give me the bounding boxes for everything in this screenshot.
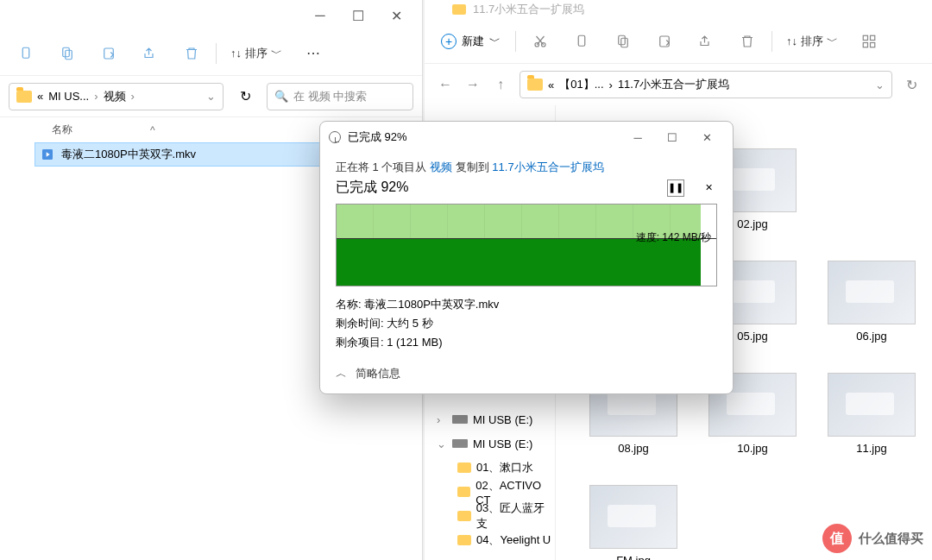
video-file-icon [41, 148, 54, 161]
toolbar-right: + 新建 ﹀ ↑↓ 排序 ﹀ [425, 19, 932, 64]
copy-description: 正在将 1 个项目从 视频 复制到 11.7小米五合一扩展坞 [336, 160, 717, 175]
sort-button[interactable]: ↑↓ 排序 ﹀ [224, 46, 289, 61]
dialog-maximize-button[interactable]: ☐ [655, 124, 690, 150]
path-seg[interactable]: 【01】... [559, 77, 603, 92]
search-box-left[interactable]: 🔍 在 视频 中搜索 [267, 83, 413, 110]
tree-item[interactable]: 01、漱口水 [425, 456, 555, 480]
watermark: 值 什么值得买 [822, 524, 923, 553]
sort-icon: ↑↓ [786, 35, 797, 47]
paste-icon[interactable] [91, 38, 126, 69]
refresh-button[interactable]: ↻ [232, 88, 258, 104]
speed-label: 速度: 142 MB/秒 [636, 230, 711, 245]
chevron-up-icon: ︿ [336, 366, 347, 381]
tree-item[interactable]: 04、Yeelight U [425, 528, 555, 552]
sort-icon: ↑↓ [230, 47, 242, 60]
progress-percent: 已完成 92% [336, 179, 408, 197]
delete-icon[interactable] [174, 38, 209, 69]
svg-rect-10 [621, 38, 628, 47]
tree-item[interactable]: 03、匠人蓝牙支 [425, 504, 555, 528]
path-seg[interactable]: 视频 [104, 89, 126, 104]
back-button[interactable]: ← [437, 77, 454, 92]
dialog-minimize-button[interactable]: ─ [620, 124, 655, 150]
tree-item[interactable]: ⌄MI USB (E:) [425, 431, 555, 456]
delete-icon[interactable] [730, 26, 765, 57]
toolbar-left: ↑↓ 排序 ﹀ ⋯ [0, 31, 422, 76]
copy-icon[interactable] [564, 26, 599, 57]
address-row-left: « MI US... › 视频 › ⌄ ↻ 🔍 在 视频 中搜索 [0, 76, 422, 117]
copy-metadata: 名称: 毒液二1080P中英双字.mkv 剩余时间: 大约 5 秒 剩余项目: … [336, 295, 717, 352]
copy-icon[interactable] [50, 38, 85, 69]
dialog-title: 已完成 92% [348, 129, 407, 145]
window-title: 11.7小米五合一扩展坞 [473, 2, 584, 17]
pause-button[interactable]: ❚❚ [667, 179, 684, 197]
svg-rect-1 [63, 47, 70, 57]
watermark-text: 什么值得买 [859, 531, 923, 547]
dialog-titlebar: 已完成 92% ─ ☐ ✕ [320, 122, 733, 153]
more-icon[interactable]: ⋯ [296, 38, 331, 69]
thumbnail-item[interactable]: 06.jpg [820, 261, 923, 369]
folder-icon [16, 91, 32, 103]
clock-icon [329, 131, 341, 143]
svg-rect-2 [66, 50, 72, 60]
tree-item[interactable]: ›MI USB (E:) [425, 407, 555, 431]
details-toggle[interactable]: ︿ 简略信息 [336, 366, 717, 381]
svg-rect-9 [619, 35, 626, 45]
watermark-badge: 值 [822, 524, 852, 553]
address-row-right: ← → ↑ « 【01】... › 11.7小米五合一扩展坞 ⌄ ↻ [425, 64, 932, 105]
cut-icon[interactable] [9, 38, 43, 69]
search-icon: 🔍 [274, 90, 288, 103]
new-button[interactable]: + 新建 ﹀ [433, 29, 508, 53]
sort-label: 排序 [245, 46, 268, 61]
plus-icon: + [441, 34, 457, 49]
sort-button[interactable]: ↑↓ 排序 ﹀ [779, 34, 845, 49]
folder-icon [527, 79, 543, 91]
thumbnail-item[interactable]: 11.jpg [820, 373, 923, 481]
folder-icon [452, 4, 466, 15]
forward-button[interactable]: → [464, 77, 482, 92]
titlebar-right: 11.7小米五合一扩展坞 [425, 0, 932, 19]
source-link[interactable]: 视频 [430, 160, 452, 173]
svg-rect-12 [863, 35, 867, 40]
path-box-left[interactable]: « MI US... › 视频 › ⌄ [9, 83, 224, 110]
svg-rect-8 [578, 35, 585, 46]
path-seg[interactable]: 11.7小米五合一扩展坞 [618, 77, 729, 92]
rename-icon[interactable] [647, 26, 682, 57]
close-button[interactable]: ✕ [377, 3, 415, 28]
copy-progress-dialog: 已完成 92% ─ ☐ ✕ 正在将 1 个项目从 视频 复制到 11.7小米五合… [319, 121, 734, 394]
svg-rect-13 [871, 35, 875, 40]
svg-rect-14 [863, 42, 867, 47]
path-box-right[interactable]: « 【01】... › 11.7小米五合一扩展坞 ⌄ [520, 71, 892, 98]
path-seg[interactable]: MI US... [48, 90, 89, 103]
cancel-button[interactable]: ✕ [700, 179, 717, 197]
speed-graph: 速度: 142 MB/秒 [336, 204, 717, 286]
cut-icon[interactable] [523, 26, 557, 57]
share-icon[interactable] [133, 38, 167, 69]
minimize-button[interactable]: ─ [301, 3, 339, 28]
view-icon[interactable] [852, 26, 886, 57]
paste-icon[interactable] [606, 26, 640, 57]
maximize-button[interactable]: ☐ [339, 3, 377, 28]
dialog-close-button[interactable]: ✕ [690, 124, 724, 150]
svg-rect-0 [22, 47, 29, 58]
destination-link[interactable]: 11.7小米五合一扩展坞 [492, 160, 603, 173]
search-placeholder: 在 视频 中搜索 [293, 89, 367, 104]
titlebar-left: ─ ☐ ✕ [0, 0, 422, 31]
thumbnail-item[interactable]: FM.jpg [582, 485, 685, 560]
file-name: 毒液二1080P中英双字.mkv [61, 147, 196, 162]
refresh-button[interactable]: ↻ [903, 77, 920, 93]
svg-rect-15 [871, 42, 875, 47]
up-button[interactable]: ↑ [492, 77, 509, 92]
share-icon[interactable] [689, 26, 723, 57]
